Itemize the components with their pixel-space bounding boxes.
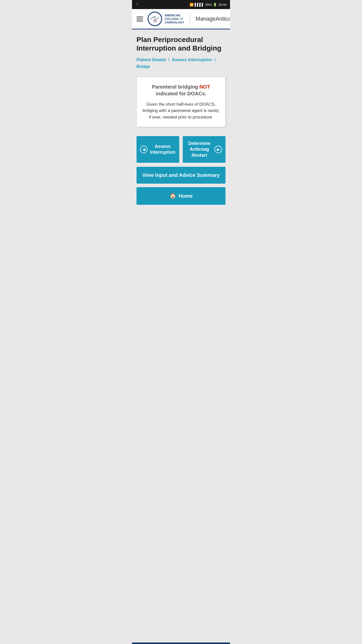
breadcrumb-sep-1: / xyxy=(168,57,170,62)
wifi-icon: 📶 xyxy=(190,3,194,7)
status-left: 📱 xyxy=(135,3,140,7)
bottom-nav-bar xyxy=(132,642,230,644)
acc-name: AMERICANCOLLEGE ofCARDIOLOGY xyxy=(165,14,184,24)
info-card: Parenteral bridging NOT indicated for DO… xyxy=(137,77,225,127)
card-title-not: NOT xyxy=(199,84,210,90)
header-divider xyxy=(190,13,190,24)
card-body: Given the short half-lives of DOACS, bri… xyxy=(142,101,220,120)
breadcrumb: Patient Details / Assess Interruption / … xyxy=(137,56,225,70)
status-bar: 📱 📶 ▌▌▌▌ 35% 🔋 15:44 xyxy=(132,0,230,9)
breadcrumb-patient-details[interactable]: Patient Details xyxy=(137,57,166,62)
status-right: 📶 ▌▌▌▌ 35% 🔋 15:44 xyxy=(190,3,227,7)
determine-anticoag-button[interactable]: Determine Anticoag Restart ▶ xyxy=(183,136,225,163)
logo-area: ACC AMERICANCOLLEGE ofCARDIOLOGY ManageA… xyxy=(148,12,230,26)
acc-logo: ACC xyxy=(148,12,162,26)
back-arrow-circle: ◀ xyxy=(140,146,148,153)
breadcrumb-assess-interruption[interactable]: Assess Interruption xyxy=(172,57,212,62)
svg-point-0 xyxy=(148,12,161,25)
card-title-part2: indicated for DOACs. xyxy=(156,91,206,96)
signal-icon: ▌▌▌▌ xyxy=(195,3,204,7)
home-label: Home xyxy=(179,193,193,199)
card-title: Parenteral bridging NOT indicated for DO… xyxy=(142,84,220,97)
assess-interruption-label: Assess Interruption xyxy=(150,144,176,155)
breadcrumb-sep-2: / xyxy=(214,57,216,62)
card-title-part1: Parenteral bridging xyxy=(152,84,199,90)
page-title: Plan Periprocedural Interruption and Bri… xyxy=(137,35,225,52)
battery-percent: 35% xyxy=(205,3,212,7)
home-button[interactable]: 🏠 Home xyxy=(137,187,225,205)
forward-arrow-circle: ▶ xyxy=(214,146,222,153)
determine-anticoag-label: Determine Anticoag Restart xyxy=(186,141,212,158)
hamburger-line-3 xyxy=(137,21,143,21)
hamburger-line-1 xyxy=(137,17,143,17)
main-content: Plan Periprocedural Interruption and Bri… xyxy=(132,29,230,212)
nav-buttons-row: ◀ Assess Interruption Determine Anticoag… xyxy=(137,136,225,163)
battery-icon: 🔋 xyxy=(213,3,217,7)
assess-interruption-button[interactable]: ◀ Assess Interruption xyxy=(137,136,179,163)
clock: 15:44 xyxy=(218,3,227,7)
hamburger-line-2 xyxy=(137,19,143,19)
home-icon: 🏠 xyxy=(169,193,176,199)
view-summary-button[interactable]: View Input and Advice Summary xyxy=(137,167,225,184)
phone-icon: 📱 xyxy=(135,3,140,7)
app-header: ACC AMERICANCOLLEGE ofCARDIOLOGY ManageA… xyxy=(132,9,230,29)
app-name: ManageAnticoag xyxy=(196,16,230,22)
breadcrumb-bridge[interactable]: Bridge xyxy=(137,64,150,69)
hamburger-menu[interactable] xyxy=(135,15,146,23)
